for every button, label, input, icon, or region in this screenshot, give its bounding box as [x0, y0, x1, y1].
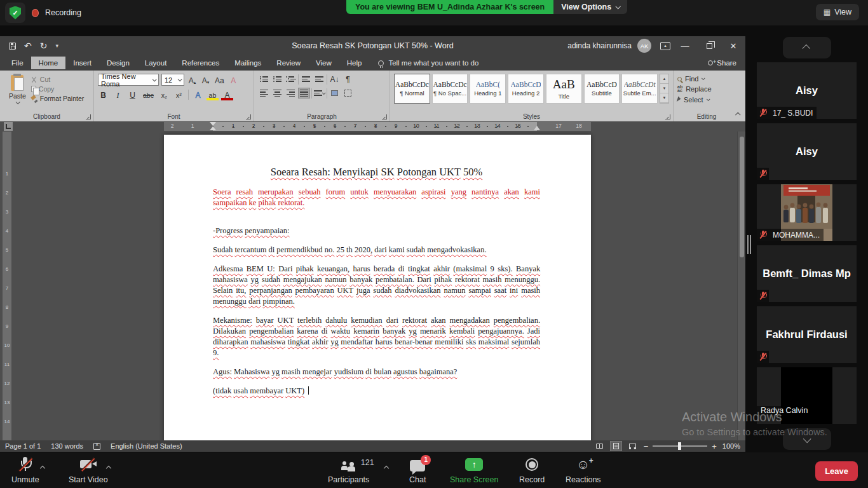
participant-tile[interactable]: Fakhrul Firdausi	[757, 306, 857, 363]
copy-button[interactable]: Copy	[31, 85, 84, 93]
leave-button[interactable]: Leave	[815, 461, 858, 481]
redo-button[interactable]: ↻	[40, 41, 48, 50]
font-name-combo[interactable]: Times New Roma	[98, 74, 159, 86]
superscript-button[interactable]: x²	[173, 89, 184, 100]
underline-button[interactable]: U	[127, 89, 138, 100]
doc-paragraph[interactable]: Soera resah merupakan sebuah forum untuk…	[213, 187, 540, 208]
tab-home[interactable]: Home	[31, 57, 66, 69]
video-options-chevron[interactable]	[107, 461, 111, 473]
participant-tile[interactable]: Radya Calvin	[757, 367, 857, 424]
participants-options-chevron[interactable]	[384, 461, 388, 473]
collapse-ribbon-button[interactable]	[736, 107, 740, 119]
style-heading2[interactable]: AaBbCcDHeading 2	[508, 74, 544, 104]
style-title[interactable]: AaBTitle	[546, 74, 582, 104]
ribbon-display-options-icon[interactable]: ▴	[660, 42, 670, 50]
hanging-indent-marker[interactable]	[210, 126, 216, 130]
style-normal[interactable]: AaBbCcDc¶ Normal	[394, 74, 430, 104]
tab-insert[interactable]: Insert	[65, 57, 99, 69]
style-subtle-emphasis[interactable]: AaBbCcDtSubtle Em...	[621, 74, 658, 104]
qat-customize-icon[interactable]: ▾	[55, 43, 58, 49]
close-button[interactable]: ✕	[721, 36, 745, 55]
show-formatting-button[interactable]: ¶	[342, 74, 354, 85]
right-indent-marker[interactable]	[534, 126, 540, 130]
tab-mailings[interactable]: Mailings	[227, 57, 269, 69]
proofing-status-icon[interactable]	[93, 443, 100, 450]
clear-formatting-button[interactable]: A	[228, 74, 239, 85]
change-case-button[interactable]: Aa	[214, 74, 226, 85]
doc-paragraph[interactable]: Soeara Resah: Menyikapi SK Potongan UKT …	[213, 166, 540, 177]
first-line-indent-marker[interactable]	[210, 122, 216, 126]
web-layout-button[interactable]	[627, 442, 638, 451]
reactions-button[interactable]: ☺ Reactions	[566, 456, 601, 484]
font-size-combo[interactable]: 12	[161, 74, 184, 86]
tab-view[interactable]: View	[308, 57, 339, 69]
horizontal-ruler[interactable]: 211234567891011121314151718	[164, 122, 591, 131]
tab-references[interactable]: References	[174, 57, 227, 69]
decrease-indent-button[interactable]	[300, 74, 312, 85]
style-subtitle[interactable]: AaBbCcDSubtitle	[584, 74, 620, 104]
read-mode-button[interactable]	[594, 442, 605, 451]
participant-tile[interactable]: MOHAMMA...	[757, 184, 857, 241]
format-painter-button[interactable]: Format Painter	[31, 95, 84, 102]
tab-selector[interactable]	[4, 122, 13, 131]
zoom-slider-handle[interactable]	[678, 442, 681, 450]
mic-options-chevron[interactable]	[41, 461, 44, 473]
font-color-button[interactable]: A	[222, 89, 233, 100]
tab-design[interactable]: Design	[99, 57, 137, 69]
doc-paragraph[interactable]: Agus: Mahasiswa yg masih mengejar yudisi…	[213, 367, 540, 377]
styles-dialog-launcher[interactable]	[665, 114, 670, 119]
sort-button[interactable]: A↓	[329, 74, 341, 85]
restore-button[interactable]	[697, 36, 721, 55]
select-button[interactable]: Select	[677, 96, 736, 104]
borders-button[interactable]	[342, 88, 354, 98]
share-screen-button[interactable]: ↑ Share Screen	[450, 456, 498, 484]
replace-button[interactable]: abacReplace	[677, 85, 736, 93]
undo-button[interactable]: ↶	[24, 41, 32, 50]
style-heading1[interactable]: AaBbC(Heading 1	[470, 74, 506, 104]
doc-paragraph[interactable]: Adkesma BEM U: Dari pihak keuangan, haru…	[213, 264, 540, 307]
view-button[interactable]: ▦ View	[816, 4, 859, 20]
minimize-button[interactable]: —	[673, 36, 697, 55]
sidebar-collapse-button[interactable]	[783, 37, 831, 58]
multilevel-list-button[interactable]	[285, 74, 297, 85]
style-no-spacing[interactable]: AaBbCcDc¶ No Spac...	[432, 74, 468, 104]
shrink-font-button[interactable]: A▾	[200, 74, 211, 85]
record-button[interactable]: Record	[519, 456, 545, 484]
bold-button[interactable]: B	[98, 89, 109, 100]
word-count[interactable]: 130 words	[51, 442, 83, 450]
justify-button[interactable]	[298, 88, 310, 98]
avatar[interactable]: AK	[637, 39, 651, 53]
language-indicator[interactable]: English (United States)	[111, 442, 182, 450]
paste-button[interactable]: Paste	[4, 74, 31, 111]
doc-paragraph[interactable]: Mekanisme: bayar UKT terlebih dahulu kem…	[213, 315, 540, 358]
increase-indent-button[interactable]	[313, 74, 325, 85]
document-scrollbar[interactable]	[737, 132, 745, 440]
sidebar-resize-handle[interactable]	[747, 235, 751, 254]
zoom-in-button[interactable]: +	[712, 442, 717, 451]
styles-scroll-up[interactable]: ▲	[660, 74, 668, 84]
align-left-button[interactable]	[258, 88, 270, 98]
share-button[interactable]: Share	[708, 59, 736, 67]
tab-file[interactable]: File	[4, 57, 31, 69]
tab-help[interactable]: Help	[339, 57, 370, 69]
sidebar-next-button[interactable]	[783, 428, 831, 450]
zoom-percentage[interactable]: 100%	[722, 442, 740, 450]
doc-paragraph[interactable]: -Progress penyampaian:	[213, 226, 540, 236]
doc-body[interactable]: Soeara Resah: Menyikapi SK Potongan UKT …	[213, 166, 540, 396]
tab-layout[interactable]: Layout	[137, 57, 175, 69]
line-spacing-button[interactable]	[313, 88, 325, 98]
align-right-button[interactable]	[285, 88, 297, 98]
shading-button[interactable]	[329, 88, 341, 98]
grow-font-button[interactable]: A▴	[187, 74, 198, 85]
doc-paragraph[interactable]: Sudah tercantum di permendikbud no. 25 t…	[213, 245, 540, 255]
find-button[interactable]: Find	[677, 75, 736, 83]
document-page[interactable]: Soeara Resah: Menyikapi SK Potongan UKT …	[164, 135, 591, 440]
participant-tile[interactable]: Aisy 17_ S.BUDI	[757, 62, 857, 119]
styles-scroll-down[interactable]: ▼	[660, 84, 668, 93]
save-icon[interactable]	[9, 43, 16, 50]
participants-button[interactable]: 121 Participants	[328, 456, 369, 484]
strikethrough-button[interactable]: abc	[142, 89, 155, 100]
view-options-button[interactable]: View Options	[553, 0, 627, 14]
print-layout-button[interactable]	[611, 442, 621, 451]
styles-more-button[interactable]: ▼	[660, 93, 668, 103]
